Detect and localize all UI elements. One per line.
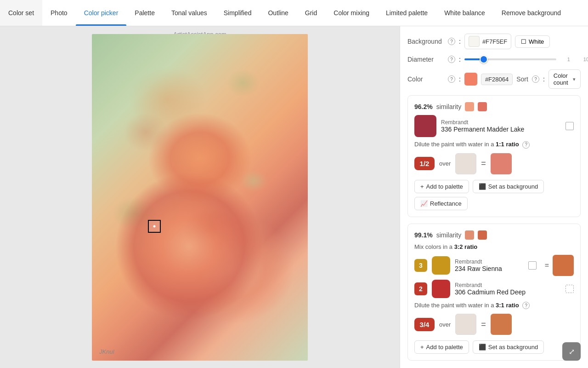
right-panel: Background ? : #F7F5EF ☐ White Diameter … [400, 26, 588, 368]
slider-ticks: 1 10 20 30 40 50 [560, 57, 588, 62]
paint-brand-1: Rembrandt [441, 119, 561, 126]
color-label: Color [407, 75, 444, 83]
paint-brand-2b: Rembrandt [455, 282, 561, 288]
sort-label: Sort [516, 75, 528, 83]
num-badge-3: 3 [414, 259, 427, 272]
mix-preview-2: 3/4 over = [414, 314, 574, 335]
ratio-badge-2: 3/4 [414, 318, 435, 331]
nav-item-palette[interactable]: Palette [126, 0, 163, 26]
paint-name-2b: 306 Cadmium Red Deep [455, 288, 561, 296]
add-palette-icon-1: + [420, 183, 424, 190]
diameter-row: Diameter ? : 1 10 20 30 40 50 [407, 56, 581, 63]
paint-name-2a: 234 Raw Sienna [455, 265, 524, 272]
dilute-help-icon-2[interactable]: ? [522, 302, 530, 309]
reflectance-btn-1[interactable]: 📈 Reflectance [414, 197, 468, 210]
background-swatch [469, 36, 480, 47]
sim-swatch-2b [478, 230, 487, 240]
mix-equals-2b: = [481, 320, 486, 329]
similarity-text-1: similarity [436, 103, 461, 110]
diameter-slider-container: 1 10 20 30 40 50 [464, 57, 588, 62]
dilute-ratio-1: 1:1 ratio [496, 141, 519, 148]
paint-row-1: Rembrandt 336 Permanent Madder Lake [414, 115, 574, 137]
add-palette-btn-1[interactable]: + Add to palette [414, 180, 469, 193]
selection-box[interactable] [148, 220, 161, 233]
similarity-pct-2: 99.1% [414, 231, 433, 239]
similarity-pct-1: 96.2% [414, 103, 433, 110]
mix-bg-swatch-1 [455, 153, 476, 174]
mix-result-swatch-2 [553, 255, 574, 276]
paint-name-1: 336 Permanent Madder Lake [441, 126, 561, 133]
result-card-1: 96.2% similarity Rembrandt 336 Permanent… [407, 95, 581, 217]
nav-item-limited-palette[interactable]: Limited palette [378, 0, 436, 26]
signature: JKnul [99, 348, 114, 355]
background-value-box: #F7F5EF [464, 34, 511, 49]
paint-brand-2a: Rembrandt [455, 259, 524, 265]
action-row-2: + Add to palette ⬛ Set as background [414, 340, 574, 354]
paint-swatch-2b [432, 280, 450, 298]
dilute-row-1: Dilute the paint with water in a 1:1 rat… [414, 141, 574, 149]
paint-info-1: Rembrandt 336 Permanent Madder Lake [441, 119, 561, 133]
background-label: Background [407, 38, 444, 45]
set-bg-label-1: Set as background [488, 183, 538, 190]
sim-swatch-2a [465, 230, 474, 240]
paint-checkbox-2a[interactable] [528, 261, 537, 270]
paint-swatch-1 [414, 115, 436, 137]
mix-over-1: over [439, 160, 451, 167]
add-palette-btn-2[interactable]: + Add to palette [414, 340, 469, 354]
mix-equals-1: = [481, 159, 486, 168]
nav-item-color-picker[interactable]: Color picker [76, 0, 127, 26]
similarity-row-2: 99.1% similarity [414, 230, 574, 240]
mix-ratio-row-2: Mix colors in a 3:2 ratio [414, 243, 574, 250]
mix-preview-1: 1/2 over = [414, 153, 574, 174]
white-icon: ☐ [521, 38, 526, 45]
nav-item-color-set[interactable]: Color set [0, 0, 42, 26]
selection-dot [153, 225, 156, 228]
mix-equals-2: = [545, 261, 549, 270]
paint-fullname-1: Permanent Madder Lake [453, 126, 524, 133]
flower-image[interactable]: JKnul [92, 34, 308, 361]
set-bg-btn-2[interactable]: ⬛ Set as background [473, 340, 544, 354]
num-badge-2: 2 [414, 282, 427, 295]
paint-checkbox-2b[interactable] [565, 285, 574, 293]
set-bg-btn-1[interactable]: ⬛ Set as background [473, 180, 544, 193]
nav-item-color-mixing[interactable]: Color mixing [325, 0, 378, 26]
dilute-help-icon-1[interactable]: ? [522, 141, 530, 149]
white-button[interactable]: ☐ White [515, 35, 550, 48]
set-bg-icon-1: ⬛ [479, 183, 486, 190]
tick-10: 10 [577, 57, 588, 62]
paint-checkbox-1[interactable] [565, 122, 574, 130]
background-hex: #F7F5EF [482, 38, 507, 45]
mix-bg-swatch-2 [455, 314, 476, 335]
set-bg-icon-2: ⬛ [479, 344, 486, 351]
nav-item-white-balance[interactable]: White balance [436, 0, 493, 26]
nav-item-grid[interactable]: Grid [297, 0, 325, 26]
color-help-icon[interactable]: ? [448, 75, 455, 83]
nav-item-tonal-values[interactable]: Tonal values [163, 0, 215, 26]
sort-dropdown[interactable]: Color count ▾ [548, 69, 581, 89]
mix-result-1 [491, 153, 512, 174]
background-row: Background ? : #F7F5EF ☐ White [407, 34, 581, 49]
diameter-slider[interactable] [464, 58, 556, 60]
action-row-1: + Add to palette ⬛ Set as background 📈 R… [414, 180, 574, 210]
sort-help-icon[interactable]: ? [532, 75, 539, 83]
similarity-row-1: 96.2% similarity [414, 102, 574, 111]
image-area: ArtistAssistApp.com JKnul [0, 26, 400, 368]
add-palette-icon-2: + [420, 344, 424, 351]
dilute-row-2: Dilute the paint with water in a 3:1 rat… [414, 302, 574, 310]
color-row: Color ? : #F28064 Sort ? : Color count ▾ [407, 69, 581, 89]
dilute-ratio-2: 3:1 ratio [496, 302, 519, 309]
add-palette-label-2: Add to palette [426, 344, 463, 351]
background-help-icon[interactable]: ? [448, 38, 455, 45]
reflectance-icon-1: 📈 [420, 200, 428, 207]
top-nav: Color setPhotoColor pickerPaletteTonal v… [0, 0, 588, 26]
fullscreen-button[interactable]: ⤢ [562, 342, 581, 361]
nav-item-outline[interactable]: Outline [260, 0, 296, 26]
diameter-help-icon[interactable]: ? [448, 56, 455, 63]
sim-swatch-1b [478, 102, 487, 111]
nav-item-remove-background[interactable]: Remove background [493, 0, 569, 26]
paint-row-2b: 2 Rembrandt 306 Cadmium Red Deep [414, 280, 574, 298]
nav-item-photo[interactable]: Photo [42, 0, 76, 26]
color-swatch-picked[interactable] [464, 73, 477, 86]
nav-item-simplified[interactable]: Simplified [215, 0, 260, 26]
mix-over-2: over [439, 321, 451, 328]
